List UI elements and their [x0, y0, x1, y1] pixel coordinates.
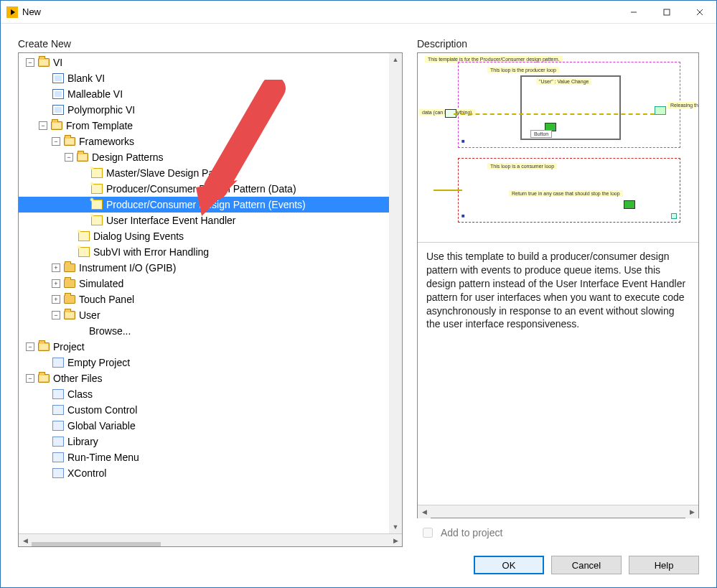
- tree-item-instrument-io[interactable]: + Instrument I/O (GPIB): [19, 260, 402, 276]
- description-box: This template is for the Producer/Consum…: [417, 52, 699, 518]
- template-icon: [78, 231, 90, 241]
- class-icon: [52, 389, 64, 399]
- tree-item-xcontrol[interactable]: XControl: [19, 465, 402, 481]
- template-icon: [91, 168, 103, 178]
- cancel-button[interactable]: Cancel: [551, 556, 622, 574]
- project-icon: [52, 358, 64, 368]
- expand-icon[interactable]: +: [52, 263, 60, 272]
- expand-icon[interactable]: +: [52, 279, 60, 288]
- folder-open-icon: [38, 374, 50, 383]
- tree-item-browse[interactable]: Browse...: [19, 323, 402, 339]
- collapse-icon[interactable]: −: [26, 342, 34, 351]
- window-title: New: [22, 6, 41, 17]
- folder-icon: [64, 295, 75, 304]
- collapse-icon[interactable]: −: [26, 58, 34, 67]
- scroll-right-icon[interactable]: ▶: [389, 534, 402, 547]
- tree-item-project[interactable]: − Project: [19, 339, 402, 355]
- tree-item-pc-events[interactable]: Producer/Consumer Design Pattern (Events…: [19, 197, 402, 213]
- svg-rect-1: [664, 9, 670, 15]
- tree-item-ui-event-handler[interactable]: User Interface Event Handler: [19, 213, 402, 228]
- collapse-icon[interactable]: −: [26, 374, 34, 383]
- template-icon: [91, 200, 103, 210]
- tree-item-blank-vi[interactable]: Blank VI: [19, 70, 402, 86]
- tree-item-user[interactable]: − User: [19, 307, 402, 323]
- scroll-up-icon[interactable]: ▲: [389, 53, 402, 66]
- vi-icon: [52, 105, 64, 115]
- folder-open-icon: [64, 311, 75, 319]
- collapse-icon[interactable]: −: [52, 311, 60, 319]
- create-new-label: Create New: [18, 38, 403, 50]
- tree-item-from-template[interactable]: − From Template: [19, 118, 402, 134]
- add-to-project-row[interactable]: Add to project: [417, 518, 699, 547]
- add-to-project-label: Add to project: [441, 527, 502, 538]
- global-icon: [52, 421, 64, 431]
- folder-icon: [64, 263, 75, 272]
- tree-item-empty-project[interactable]: Empty Project: [19, 355, 402, 370]
- ok-button[interactable]: OK: [474, 556, 544, 574]
- titlebar: New: [1, 1, 716, 24]
- tree-item-pc-data[interactable]: Producer/Consumer Design Pattern (Data): [19, 181, 402, 197]
- tree-item-simulated[interactable]: + Simulated: [19, 276, 402, 291]
- scroll-left-icon[interactable]: ◀: [19, 534, 32, 547]
- tree-item-subvi-error[interactable]: SubVI with Error Handling: [19, 244, 402, 260]
- add-to-project-checkbox: [423, 528, 433, 538]
- horizontal-scrollbar[interactable]: ◀ ▶: [19, 533, 402, 546]
- tree-item-library[interactable]: Library: [19, 434, 402, 449]
- scroll-left-icon[interactable]: ◀: [418, 505, 431, 518]
- folder-open-icon: [64, 137, 75, 146]
- vi-icon: [52, 89, 64, 99]
- tree-scroll[interactable]: − VI Blank VI Malleable VI: [19, 53, 402, 533]
- app-icon: [6, 6, 18, 18]
- tree-item-dialog-events[interactable]: Dialog Using Events: [19, 228, 402, 244]
- tree-item-master-slave[interactable]: Master/Slave Design Pattern: [19, 165, 402, 181]
- tree-item-class[interactable]: Class: [19, 386, 402, 402]
- control-icon: [52, 405, 64, 415]
- menu-icon: [52, 452, 64, 462]
- tree-item-runtime-menu[interactable]: Run-Time Menu: [19, 449, 402, 465]
- template-icon: [91, 184, 103, 194]
- vertical-scrollbar[interactable]: ▲ ▼: [389, 53, 402, 533]
- folder-open-icon: [51, 121, 62, 130]
- folder-open-icon: [77, 153, 88, 162]
- tree-item-touch-panel[interactable]: + Touch Panel: [19, 291, 402, 307]
- scroll-down-icon[interactable]: ▼: [389, 521, 402, 533]
- tree-item-vi[interactable]: − VI: [19, 55, 402, 70]
- collapse-icon[interactable]: −: [65, 153, 73, 162]
- template-preview: This template is for the Producer/Consum…: [418, 53, 698, 243]
- scroll-right-icon[interactable]: ▶: [685, 505, 698, 518]
- maximize-button[interactable]: [650, 1, 683, 24]
- library-icon: [52, 437, 64, 447]
- collapse-icon[interactable]: −: [39, 121, 47, 130]
- expand-icon[interactable]: +: [52, 295, 60, 304]
- tree-item-design-patterns[interactable]: − Design Patterns: [19, 149, 402, 165]
- tree-item-global-variable[interactable]: Global Variable: [19, 418, 402, 434]
- tree-item-polymorphic-vi[interactable]: Polymorphic VI: [19, 102, 402, 118]
- tree-item-frameworks[interactable]: − Frameworks: [19, 134, 402, 149]
- close-button[interactable]: [683, 1, 716, 24]
- vi-icon: [52, 73, 64, 83]
- template-icon: [78, 247, 90, 257]
- folder-icon: [64, 279, 75, 288]
- help-button[interactable]: Help: [629, 556, 699, 574]
- description-label: Description: [417, 38, 699, 50]
- folder-open-icon: [38, 342, 50, 351]
- description-text: Use this template to build a producer/co…: [418, 243, 698, 505]
- dialog-window: New Create New −: [0, 0, 717, 588]
- collapse-icon[interactable]: −: [52, 137, 60, 146]
- description-hscroll[interactable]: ◀ ▶: [418, 505, 698, 518]
- button-bar: OK Cancel Help: [1, 556, 716, 587]
- minimize-button[interactable]: [617, 1, 650, 24]
- tree-item-other-files[interactable]: − Other Files: [19, 370, 402, 386]
- tree: − VI Blank VI Malleable VI: [19, 53, 402, 482]
- tree-box: − VI Blank VI Malleable VI: [18, 52, 403, 547]
- xcontrol-icon: [52, 468, 64, 478]
- folder-open-icon: [38, 58, 50, 67]
- tree-item-malleable-vi[interactable]: Malleable VI: [19, 86, 402, 102]
- tree-item-custom-control[interactable]: Custom Control: [19, 402, 402, 418]
- template-icon: [91, 215, 103, 225]
